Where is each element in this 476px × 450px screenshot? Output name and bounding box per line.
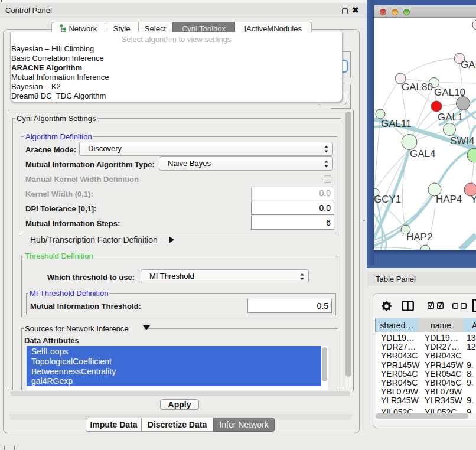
- svg-text:GAL80: GAL80: [402, 81, 433, 93]
- svg-text:GAL: GAL: [461, 59, 476, 70]
- svg-text:SWI4: SWI4: [450, 135, 475, 146]
- svg-text:GAL11: GAL11: [381, 118, 412, 129]
- svg-text:GAL4: GAL4: [410, 148, 435, 159]
- svg-text:GAL10: GAL10: [434, 87, 465, 98]
- svg-text:GCY1: GCY1: [374, 194, 401, 205]
- svg-text:HAP2: HAP2: [406, 231, 432, 243]
- svg-text:GAL1: GAL1: [438, 112, 463, 123]
- svg-text:Y: Y: [471, 194, 476, 205]
- svg-text:HAP4: HAP4: [436, 194, 462, 205]
